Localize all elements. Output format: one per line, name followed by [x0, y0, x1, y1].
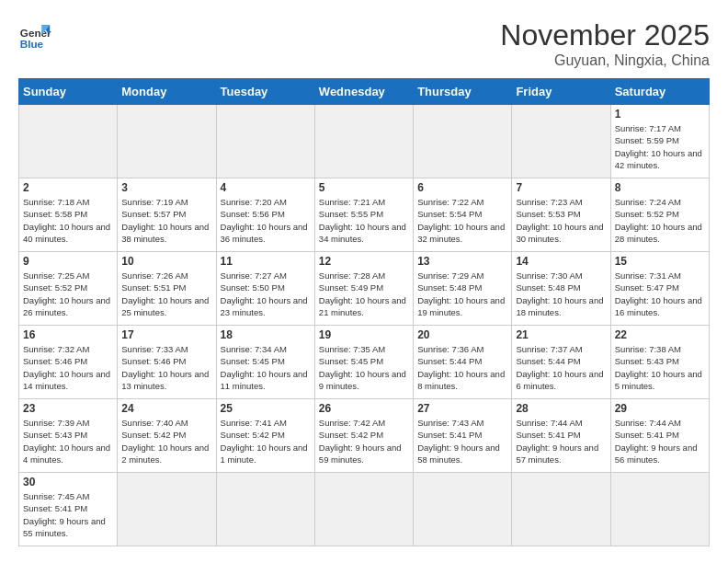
day-number: 18 [221, 328, 311, 341]
day-info: Sunrise: 7:41 AM Sunset: 5:42 PM Dayligh… [221, 417, 311, 465]
calendar-cell-w5d2 [216, 473, 314, 546]
day-number: 27 [417, 402, 507, 415]
calendar-week-row-0: 1Sunrise: 7:17 AM Sunset: 5:59 PM Daylig… [19, 105, 710, 178]
calendar-cell-w4d3: 26Sunrise: 7:42 AM Sunset: 5:42 PM Dayli… [314, 399, 413, 473]
day-info: Sunrise: 7:18 AM Sunset: 5:58 PM Dayligh… [23, 196, 113, 245]
day-info: Sunrise: 7:40 AM Sunset: 5:42 PM Dayligh… [121, 417, 211, 465]
day-number: 3 [121, 181, 211, 194]
day-info: Sunrise: 7:21 AM Sunset: 5:55 PM Dayligh… [319, 196, 409, 245]
calendar-header-wednesday: Wednesday [314, 79, 413, 105]
day-number: 17 [121, 328, 211, 341]
calendar-cell-w3d6: 22Sunrise: 7:38 AM Sunset: 5:43 PM Dayli… [610, 326, 709, 399]
day-info: Sunrise: 7:35 AM Sunset: 5:45 PM Dayligh… [319, 343, 409, 392]
day-number: 23 [23, 402, 113, 415]
generalblue-logo-icon: General Blue [18, 18, 51, 52]
day-info: Sunrise: 7:34 AM Sunset: 5:45 PM Dayligh… [221, 343, 311, 392]
day-number: 2 [23, 181, 113, 194]
day-info: Sunrise: 7:17 AM Sunset: 5:59 PM Dayligh… [615, 122, 705, 171]
calendar-cell-w4d2: 25Sunrise: 7:41 AM Sunset: 5:42 PM Dayli… [216, 399, 314, 473]
day-number: 5 [319, 181, 409, 194]
day-number: 4 [221, 181, 311, 194]
day-number: 13 [417, 255, 507, 268]
day-number: 24 [121, 402, 211, 415]
calendar-week-row-3: 16Sunrise: 7:32 AM Sunset: 5:46 PM Dayli… [19, 326, 710, 399]
calendar-cell-w3d4: 20Sunrise: 7:36 AM Sunset: 5:44 PM Dayli… [414, 326, 512, 399]
day-number: 7 [516, 181, 606, 194]
calendar-cell-w4d1: 24Sunrise: 7:40 AM Sunset: 5:42 PM Dayli… [118, 399, 216, 473]
header-area: General Blue November 2025 Guyuan, Ningx… [18, 18, 710, 69]
calendar-cell-w2d0: 9Sunrise: 7:25 AM Sunset: 5:52 PM Daylig… [19, 252, 118, 326]
calendar-cell-w1d5: 7Sunrise: 7:23 AM Sunset: 5:53 PM Daylig… [512, 178, 610, 252]
calendar-cell-w4d6: 29Sunrise: 7:44 AM Sunset: 5:41 PM Dayli… [610, 399, 709, 473]
calendar-cell-w1d1: 3Sunrise: 7:19 AM Sunset: 5:57 PM Daylig… [118, 178, 216, 252]
calendar-header-tuesday: Tuesday [216, 79, 314, 105]
day-info: Sunrise: 7:31 AM Sunset: 5:47 PM Dayligh… [615, 270, 705, 318]
calendar-cell-w5d1 [118, 473, 216, 546]
day-number: 12 [319, 255, 409, 268]
calendar-cell-w0d5 [512, 105, 610, 178]
day-info: Sunrise: 7:36 AM Sunset: 5:44 PM Dayligh… [417, 343, 507, 392]
calendar-cell-w5d0: 30Sunrise: 7:45 AM Sunset: 5:41 PM Dayli… [19, 473, 118, 546]
calendar-cell-w3d0: 16Sunrise: 7:32 AM Sunset: 5:46 PM Dayli… [19, 326, 118, 399]
calendar-header-friday: Friday [512, 79, 610, 105]
day-info: Sunrise: 7:29 AM Sunset: 5:48 PM Dayligh… [417, 270, 507, 318]
day-number: 25 [221, 402, 311, 415]
calendar-cell-w3d5: 21Sunrise: 7:37 AM Sunset: 5:44 PM Dayli… [512, 326, 610, 399]
day-info: Sunrise: 7:30 AM Sunset: 5:48 PM Dayligh… [516, 270, 606, 318]
svg-text:Blue: Blue [20, 38, 44, 50]
day-info: Sunrise: 7:42 AM Sunset: 5:42 PM Dayligh… [319, 417, 409, 465]
calendar-cell-w0d6: 1Sunrise: 7:17 AM Sunset: 5:59 PM Daylig… [610, 105, 709, 178]
calendar-week-row-5: 30Sunrise: 7:45 AM Sunset: 5:41 PM Dayli… [19, 473, 710, 546]
calendar-cell-w5d3 [314, 473, 413, 546]
calendar-cell-w3d2: 18Sunrise: 7:34 AM Sunset: 5:45 PM Dayli… [216, 326, 314, 399]
day-number: 6 [417, 181, 507, 194]
day-info: Sunrise: 7:45 AM Sunset: 5:41 PM Dayligh… [23, 490, 113, 539]
calendar-cell-w2d4: 13Sunrise: 7:29 AM Sunset: 5:48 PM Dayli… [414, 252, 512, 326]
calendar-cell-w1d2: 4Sunrise: 7:20 AM Sunset: 5:56 PM Daylig… [216, 178, 314, 252]
calendar-cell-w3d1: 17Sunrise: 7:33 AM Sunset: 5:46 PM Dayli… [118, 326, 216, 399]
day-number: 15 [615, 255, 705, 268]
calendar-cell-w1d6: 8Sunrise: 7:24 AM Sunset: 5:52 PM Daylig… [610, 178, 709, 252]
day-number: 21 [516, 328, 606, 341]
day-number: 8 [615, 181, 705, 194]
calendar-cell-w2d1: 10Sunrise: 7:26 AM Sunset: 5:51 PM Dayli… [118, 252, 216, 326]
day-info: Sunrise: 7:26 AM Sunset: 5:51 PM Dayligh… [121, 270, 211, 318]
day-info: Sunrise: 7:24 AM Sunset: 5:52 PM Dayligh… [615, 196, 705, 245]
calendar-cell-w5d4 [414, 473, 512, 546]
location-title: Guyuan, Ningxia, China [500, 52, 710, 69]
calendar-header-sunday: Sunday [19, 79, 118, 105]
day-number: 19 [319, 328, 409, 341]
day-number: 22 [615, 328, 705, 341]
calendar-cell-w5d6 [610, 473, 709, 546]
day-info: Sunrise: 7:20 AM Sunset: 5:56 PM Dayligh… [221, 196, 311, 245]
day-info: Sunrise: 7:19 AM Sunset: 5:57 PM Dayligh… [121, 196, 211, 245]
calendar-table: SundayMondayTuesdayWednesdayThursdayFrid… [18, 78, 710, 546]
day-info: Sunrise: 7:44 AM Sunset: 5:41 PM Dayligh… [516, 417, 606, 465]
day-info: Sunrise: 7:39 AM Sunset: 5:43 PM Dayligh… [23, 417, 113, 465]
calendar-week-row-4: 23Sunrise: 7:39 AM Sunset: 5:43 PM Dayli… [19, 399, 710, 473]
day-number: 26 [319, 402, 409, 415]
day-number: 29 [615, 402, 705, 415]
day-number: 20 [417, 328, 507, 341]
calendar-cell-w2d3: 12Sunrise: 7:28 AM Sunset: 5:49 PM Dayli… [314, 252, 413, 326]
calendar-cell-w0d1 [118, 105, 216, 178]
day-number: 11 [221, 255, 311, 268]
day-number: 14 [516, 255, 606, 268]
day-number: 1 [615, 108, 705, 121]
calendar-cell-w1d4: 6Sunrise: 7:22 AM Sunset: 5:54 PM Daylig… [414, 178, 512, 252]
calendar-cell-w2d5: 14Sunrise: 7:30 AM Sunset: 5:48 PM Dayli… [512, 252, 610, 326]
day-info: Sunrise: 7:25 AM Sunset: 5:52 PM Dayligh… [23, 270, 113, 318]
calendar-cell-w2d2: 11Sunrise: 7:27 AM Sunset: 5:50 PM Dayli… [216, 252, 314, 326]
title-area: November 2025 Guyuan, Ningxia, China [500, 18, 710, 69]
calendar-header-row: SundayMondayTuesdayWednesdayThursdayFrid… [19, 79, 710, 105]
day-number: 30 [23, 476, 113, 488]
logo: General Blue [18, 18, 51, 52]
calendar-header-saturday: Saturday [610, 79, 709, 105]
calendar-cell-w1d0: 2Sunrise: 7:18 AM Sunset: 5:58 PM Daylig… [19, 178, 118, 252]
calendar-cell-w0d3 [314, 105, 413, 178]
month-title: November 2025 [500, 18, 710, 52]
day-number: 10 [121, 255, 211, 268]
calendar-week-row-2: 9Sunrise: 7:25 AM Sunset: 5:52 PM Daylig… [19, 252, 710, 326]
day-info: Sunrise: 7:33 AM Sunset: 5:46 PM Dayligh… [121, 343, 211, 392]
calendar-cell-w4d4: 27Sunrise: 7:43 AM Sunset: 5:41 PM Dayli… [414, 399, 512, 473]
